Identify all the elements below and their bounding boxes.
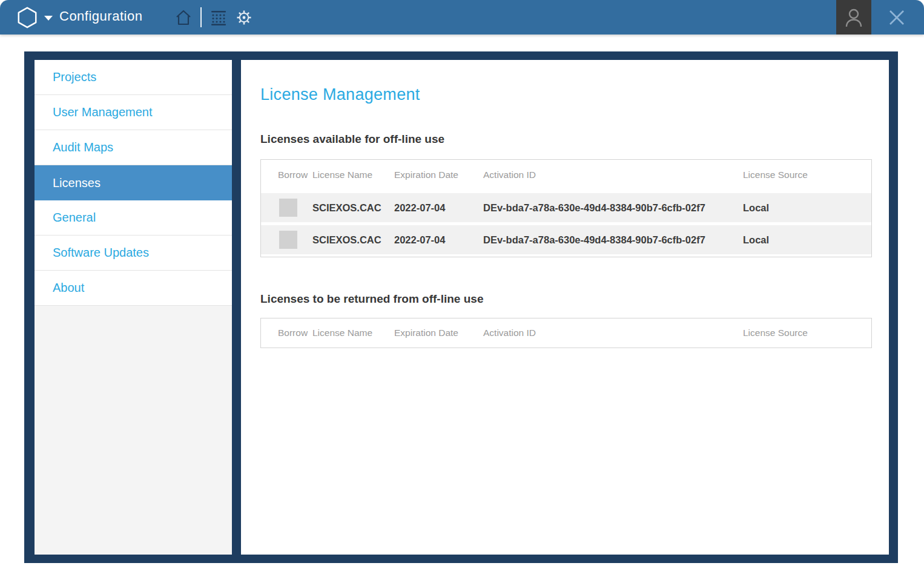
sidebar-item-label: General (53, 211, 96, 225)
close-button[interactable] (884, 7, 909, 28)
available-licenses-table: Borrow License Name Expiration Date Acti… (260, 159, 872, 257)
borrow-checkbox[interactable] (279, 231, 297, 249)
title-bar: Configuration (0, 0, 924, 35)
table-header-row: Borrow License Name Expiration Date Acti… (261, 318, 871, 348)
content-frame: Projects User Management Audit Maps Lice… (24, 51, 898, 563)
cell-expiration-date: 2022-07-04 (394, 202, 483, 214)
column-header-license-name: License Name (312, 328, 394, 338)
sidebar-item-label: About (53, 281, 84, 295)
sidebar-item-label: User Management (53, 105, 153, 119)
page-title: License Management (260, 85, 889, 104)
cell-license-name: SCIEXOS.CAC (312, 234, 394, 246)
sidebar-item-label: Software Updates (53, 246, 149, 260)
home-icon[interactable] (174, 8, 193, 27)
column-header-expiration-date: Expiration Date (394, 328, 483, 338)
column-header-expiration-date: Expiration Date (394, 170, 483, 180)
return-licenses-heading: Licenses to be returned from off-line us… (260, 292, 889, 306)
titlebar-divider (200, 7, 202, 27)
available-licenses-heading: Licenses available for off-line use (260, 133, 889, 146)
return-licenses-table: Borrow License Name Expiration Date Acti… (260, 318, 872, 348)
gear-icon[interactable] (235, 8, 253, 27)
column-header-license-source: License Source (743, 328, 871, 338)
sidebar-item-licenses[interactable]: Licenses (35, 165, 232, 200)
table-row[interactable]: SCIEXOS.CAC 2022-07-04 DEv-bda7-a78a-630… (261, 193, 871, 222)
sidebar-item-software-updates[interactable]: Software Updates (35, 236, 232, 271)
cell-expiration-date: 2022-07-04 (394, 234, 483, 246)
cell-license-name: SCIEXOS.CAC (312, 202, 394, 214)
sidebar-item-label: Audit Maps (53, 140, 113, 154)
module-grid-icon[interactable] (210, 8, 228, 27)
table-row[interactable]: SCIEXOS.CAC 2022-07-04 DEv-bda7-a78a-630… (261, 225, 871, 254)
cell-license-source: Local (743, 202, 871, 214)
app-title: Configuration (59, 8, 142, 24)
license-management-panel: License Management Licenses available fo… (241, 60, 889, 555)
sidebar-item-audit-maps[interactable]: Audit Maps (35, 130, 232, 165)
sidebar-item-user-management[interactable]: User Management (35, 95, 232, 130)
column-header-license-name: License Name (312, 170, 394, 180)
hexagon-logo-icon[interactable] (16, 6, 39, 29)
cell-activation-id: DEv-bda7-a78a-630e-49d4-8384-90b7-6cfb-0… (483, 234, 743, 246)
borrow-checkbox[interactable] (279, 199, 297, 217)
table-header-row: Borrow License Name Expiration Date Acti… (261, 160, 871, 190)
cell-activation-id: DEv-bda7-a78a-630e-49d4-8384-90b7-6cfb-0… (483, 202, 743, 214)
settings-sidebar: Projects User Management Audit Maps Lice… (35, 60, 232, 555)
column-header-borrow: Borrow (261, 328, 312, 338)
app-dropdown-caret-icon[interactable] (44, 16, 53, 21)
sidebar-item-about[interactable]: About (35, 271, 232, 306)
user-icon (843, 7, 864, 28)
cell-license-source: Local (743, 234, 871, 246)
sidebar-item-projects[interactable]: Projects (35, 60, 232, 95)
column-header-borrow: Borrow (261, 170, 312, 180)
column-header-activation-id: Activation ID (483, 170, 743, 180)
sidebar-item-general[interactable]: General (35, 200, 232, 236)
sidebar-item-label: Projects (53, 70, 96, 84)
sidebar-item-label: Licenses (53, 176, 101, 190)
column-header-activation-id: Activation ID (483, 328, 743, 338)
user-account-button[interactable] (836, 0, 871, 35)
column-header-license-source: License Source (743, 170, 871, 180)
close-icon (887, 8, 906, 27)
